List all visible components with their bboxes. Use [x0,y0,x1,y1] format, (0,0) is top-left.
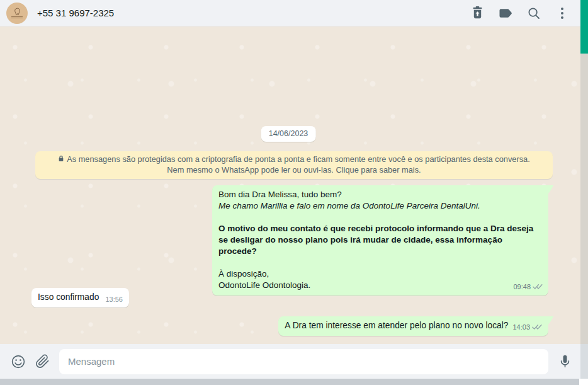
avatar-micro-text [11,16,23,19]
paperclip-icon[interactable] [34,353,50,370]
message-meta: 09:48 [513,281,543,292]
whatsapp-chat-window: +55 31 9697-2325 [0,0,588,385]
vertical-scrollbar-thumb[interactable] [580,0,588,54]
message-input[interactable] [59,349,548,374]
contact-phone-title[interactable]: +55 31 9697-2325 [37,8,114,18]
vertical-scrollbar-track[interactable] [580,0,588,379]
message-line: Bom dia Dra Melissa, tudo bem? [218,189,542,200]
message-time: 14:03 [512,321,530,333]
bubble-tail [548,316,553,325]
search-icon[interactable] [527,6,541,20]
message-composer [0,344,588,379]
encryption-notice-text: As mensagens são protegidas com a cripto… [67,154,530,175]
label-tag-icon[interactable] [499,6,512,20]
bubble-tail [548,185,553,193]
message-outgoing-2[interactable]: A Dra tem interesse em atender pelo plan… [278,316,548,336]
chat-header: +55 31 9697-2325 [0,0,588,26]
message-time: 13:56 [105,294,123,305]
trash-delete-icon[interactable] [470,6,484,20]
message-time: 09:48 [513,281,531,292]
encryption-notice-banner[interactable]: As mensagens são protegidas com a cripto… [35,151,553,179]
blank-line [218,212,542,223]
message-paragraph-bold: O motivo do meu contato é que recebi pro… [218,223,542,257]
message-text: Isso confirmado [38,292,99,303]
message-outgoing-1[interactable]: Bom dia Dra Melissa, tudo bem? Me chamo … [212,185,548,296]
horizontal-scrollbar-thumb[interactable] [0,379,579,385]
message-line: OdontoLife Odontologia. [218,280,542,291]
header-actions [470,6,588,20]
microphone-icon[interactable] [557,353,573,370]
message-line-italic: Me chamo Marillia e falo em nome da Odon… [218,200,542,212]
kebab-menu-icon[interactable] [555,6,569,20]
horizontal-scrollbar-track[interactable] [0,379,588,385]
lock-icon [58,155,64,165]
message-incoming-1[interactable]: Isso confirmado 13:56 [31,288,129,307]
date-chip: 14/06/2023 [261,126,316,142]
blank-line [218,257,542,268]
double-check-icon [532,324,542,330]
chat-message-area: 14/06/2023 As mensagens são protegidas c… [0,26,588,344]
avatar[interactable] [6,3,28,24]
message-text: A Dra tem interesse em atender pelo plan… [285,320,508,331]
message-meta: 14:03 [512,321,542,333]
emoji-smiley-icon[interactable] [10,353,26,370]
double-check-icon [533,284,543,290]
tooth-logo-icon [13,8,21,16]
message-line: À disposição, [218,268,542,280]
